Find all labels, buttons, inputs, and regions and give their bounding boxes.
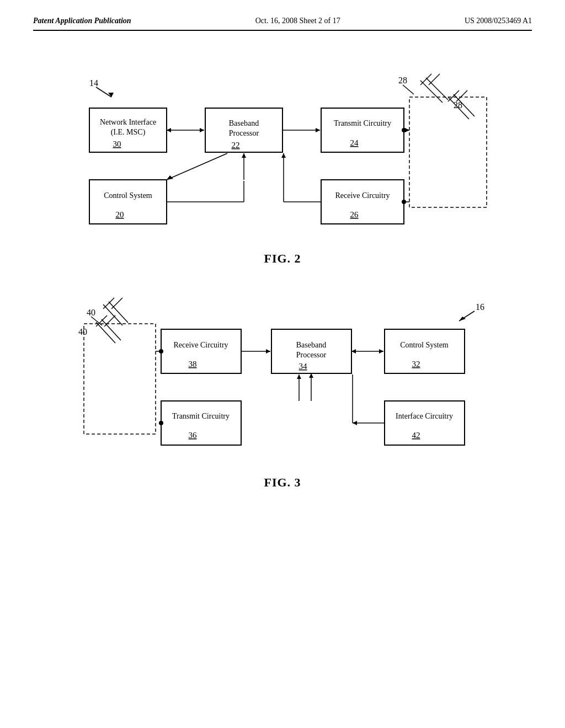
header-center: Oct. 16, 2008 Sheet 2 of 17 bbox=[255, 17, 340, 25]
fig2-transmit-box bbox=[321, 108, 404, 152]
fig2-label: FIG. 2 bbox=[33, 251, 532, 266]
svg-marker-22 bbox=[316, 128, 320, 132]
fig3-transmit-num: 36 bbox=[189, 431, 198, 440]
svg-marker-29 bbox=[242, 153, 246, 158]
svg-marker-64 bbox=[309, 373, 313, 378]
svg-text:Baseband: Baseband bbox=[296, 341, 326, 349]
fig3-interface-num: 42 bbox=[412, 431, 420, 440]
fig2-receive-box bbox=[321, 180, 404, 224]
svg-text:Control System: Control System bbox=[400, 341, 449, 349]
page-header: Patent Application Publication Oct. 16, … bbox=[33, 17, 532, 31]
svg-marker-61 bbox=[379, 349, 383, 354]
svg-marker-20 bbox=[167, 128, 171, 132]
svg-text:Processor: Processor bbox=[229, 129, 259, 137]
svg-text:Transmit Circuitry: Transmit Circuitry bbox=[172, 412, 230, 420]
fig2-network-num: 30 bbox=[113, 140, 121, 148]
svg-text:(I.E. MSC): (I.E. MSC) bbox=[111, 128, 146, 137]
fig2-receive-num: 26 bbox=[350, 210, 359, 219]
svg-point-70 bbox=[159, 421, 163, 425]
svg-line-38 bbox=[167, 153, 205, 196]
fig3-svg: 16 40 40 Receive Circuitry 38 bbox=[56, 288, 509, 464]
svg-marker-19 bbox=[200, 128, 204, 132]
fig3-label: FIG. 3 bbox=[33, 475, 532, 490]
svg-text:Interface Circuitry: Interface Circuitry bbox=[396, 412, 453, 420]
fig3-receive-box bbox=[161, 329, 241, 373]
fig2-control-box bbox=[89, 180, 167, 224]
svg-line-32 bbox=[167, 149, 205, 202]
svg-line-33 bbox=[167, 153, 227, 180]
header-left: Patent Application Publication bbox=[33, 17, 131, 25]
fig2-svg: 14 28 28 Network Interf bbox=[56, 64, 509, 240]
svg-marker-59 bbox=[266, 349, 270, 354]
svg-text:Receive Circuitry: Receive Circuitry bbox=[173, 341, 228, 349]
fig2-antenna-box bbox=[409, 97, 487, 207]
svg-text:Network Interface: Network Interface bbox=[100, 118, 156, 126]
fig2-antenna-label-top: 28 bbox=[398, 76, 407, 85]
svg-text:Transmit Circuitry: Transmit Circuitry bbox=[334, 119, 391, 127]
fig3-diagram-label: 16 bbox=[476, 302, 484, 312]
svg-text:Processor: Processor bbox=[296, 351, 327, 359]
page: Patent Application Publication Oct. 16, … bbox=[0, 0, 565, 728]
fig3-antenna-box bbox=[84, 324, 156, 434]
fig2-diagram-label: 14 bbox=[89, 78, 98, 88]
svg-line-2 bbox=[403, 85, 414, 94]
fig3-control-num: 32 bbox=[412, 360, 420, 368]
svg-marker-37 bbox=[281, 153, 286, 158]
fig3-transmit-box bbox=[161, 401, 241, 445]
svg-point-25 bbox=[402, 128, 406, 132]
svg-point-27 bbox=[402, 200, 406, 204]
fig3-baseband-num: 34 bbox=[299, 362, 308, 371]
fig3-antenna-label-2: 40 bbox=[78, 327, 87, 336]
svg-marker-68 bbox=[353, 421, 357, 425]
svg-text:Control System: Control System bbox=[104, 191, 152, 200]
svg-line-0 bbox=[96, 87, 111, 97]
fig2-section: 14 28 28 Network Interf bbox=[33, 64, 532, 266]
svg-text:Baseband: Baseband bbox=[229, 119, 259, 127]
fig3-control-box bbox=[385, 329, 465, 373]
fig2-baseband-num: 22 bbox=[232, 141, 240, 149]
fig3-section: 16 40 40 Receive Circuitry 38 bbox=[33, 288, 532, 490]
fig3-receive-num: 38 bbox=[189, 360, 197, 368]
fig2-control-num: 20 bbox=[116, 210, 124, 219]
svg-marker-62 bbox=[351, 349, 356, 354]
fig3-antenna-label-top: 40 bbox=[87, 308, 95, 317]
fig2-transmit-num: 24 bbox=[350, 138, 359, 147]
fig3-interface-box bbox=[385, 401, 465, 445]
svg-text:Receive Circuitry: Receive Circuitry bbox=[335, 191, 390, 200]
svg-marker-66 bbox=[297, 374, 301, 379]
svg-line-47 bbox=[102, 319, 121, 340]
header-right: US 2008/0253469 A1 bbox=[465, 17, 532, 25]
